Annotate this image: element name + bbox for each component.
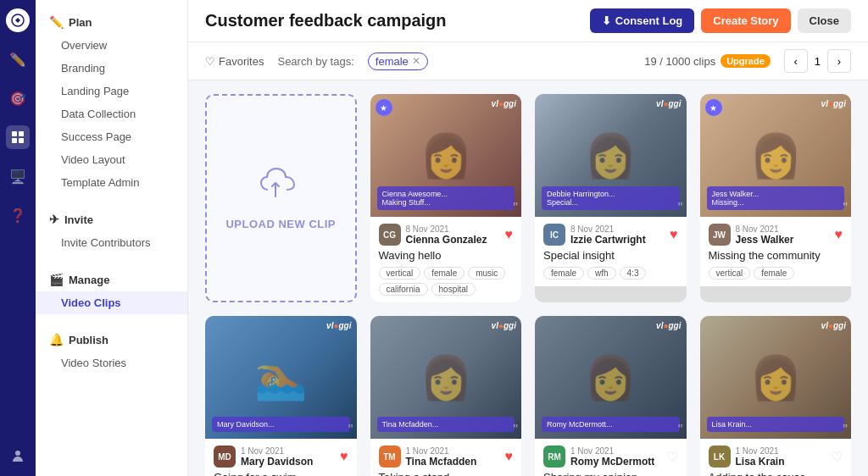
icon-sidebar: ✏️ 🎯 🖥️ ❓ [0, 0, 36, 476]
manage-section: 🎬 Manage Video Clips [36, 268, 187, 314]
tag[interactable]: female [424, 267, 465, 280]
nav-icon-target[interactable]: 🎯 [6, 86, 30, 110]
clip-info: TM 1 Nov 2021 Tina Mcfadden ♥ Taking a s… [370, 439, 522, 476]
nav-invite-contributors[interactable]: Invite Contributors [36, 231, 187, 254]
header: Customer feedback campaign ⬇ Consent Log… [188, 0, 868, 42]
nav-template-admin[interactable]: Template Admin [36, 171, 187, 194]
quote-overlay: Lisa Krain... [707, 417, 845, 432]
tag[interactable]: 4:3 [620, 267, 647, 280]
clip-title: Missing the community [709, 249, 843, 262]
clip-date-name: 8 Nov 2021 Jess Walker [736, 224, 830, 246]
heart-button[interactable]: ♡ [666, 449, 678, 465]
tag[interactable]: music [468, 267, 505, 280]
quote-mark: " [678, 423, 683, 437]
nav-icon-grid[interactable] [6, 125, 30, 149]
favorites-button[interactable]: ♡ Favorites [205, 55, 264, 68]
next-page-button[interactable]: › [827, 49, 851, 73]
heart-button[interactable]: ♥ [340, 449, 348, 464]
heart-button[interactable]: ♥ [670, 227, 678, 242]
clip-author-name: Cienna Gonzalez [406, 234, 500, 246]
tag[interactable]: hospital [431, 283, 476, 296]
clip-card[interactable]: 👩 vl●ggi Lisa Krain... " LK 1 Nov 2021 L… [700, 316, 852, 476]
clip-date-name: 1 Nov 2021 Romy McDermott [570, 446, 661, 468]
clip-meta: IC 8 Nov 2021 Izzie Cartwright ♥ [543, 224, 678, 246]
svg-rect-2 [19, 131, 24, 136]
clip-author-name: Tina Mcfadden [406, 456, 500, 468]
nav-landing-page[interactable]: Landing Page [36, 80, 187, 102]
clip-thumbnail: 👩 vl●ggi Lisa Krain... " [700, 316, 852, 439]
vloggi-badge: vl●ggi [492, 321, 516, 330]
create-story-button[interactable]: Create Story [701, 8, 790, 33]
svg-rect-4 [19, 138, 24, 143]
quote-mark: " [843, 423, 848, 437]
consent-log-button[interactable]: ⬇ Consent Log [590, 8, 694, 33]
upgrade-badge[interactable]: Upgrade [721, 54, 771, 68]
prev-page-button[interactable]: ‹ [784, 49, 808, 73]
plan-section-title: ✏️ Plan [36, 10, 187, 34]
clip-meta: MD 1 Nov 2021 Mary Davidson ♥ [214, 446, 348, 468]
page-title: Customer feedback campaign [205, 11, 447, 30]
nav-video-clips[interactable]: Video Clips [36, 291, 187, 314]
heart-button[interactable]: ♥ [505, 449, 514, 464]
quote-mark: " [678, 202, 683, 215]
app-logo[interactable] [6, 8, 30, 32]
upload-cloud-icon [259, 166, 302, 208]
clip-card[interactable]: 👩 vl●ggi Tina Mcfadden... " TM 1 Nov 202… [370, 316, 522, 476]
clip-card[interactable]: 👩 ★ vl●ggi Cienna Awesome...Making Stuff… [370, 94, 522, 302]
nav-success-page[interactable]: Success Page [36, 125, 187, 148]
clip-thumbnail: 👩 vl●ggi Romy McDermott... " [535, 316, 687, 439]
heart-button[interactable]: ♡ [831, 449, 843, 465]
svg-rect-1 [12, 131, 17, 136]
upload-label: UPLOAD NEW CLIP [225, 218, 336, 230]
clip-title: Special insight [543, 249, 678, 262]
nav-icon-question[interactable]: ❓ [6, 203, 30, 227]
clip-thumbnail: 👩 ★ vl●ggi Jess Walker...Missing... " [700, 94, 852, 217]
publish-section: 🔔 Publish Video Stories [36, 328, 187, 374]
tag[interactable]: female [754, 267, 794, 280]
quote-overlay: Cienna Awesome...Making Stuff... [377, 186, 515, 210]
quote-mark: " [348, 423, 353, 437]
upload-new-clip-card[interactable]: UPLOAD NEW CLIP [205, 94, 357, 302]
nav-icon-user-bottom[interactable] [6, 444, 30, 468]
tag[interactable]: california [379, 283, 428, 296]
tag-filter-female[interactable]: female ✕ [368, 53, 428, 70]
clip-date: 8 Nov 2021 [570, 224, 665, 234]
avatar: TM [379, 446, 401, 468]
clip-thumbnail: 👩 ★ vl●ggi Cienna Awesome...Making Stuff… [370, 94, 522, 217]
clip-card[interactable]: 🏊 vl●ggi Mary Davidson... " MD 1 Nov 202… [205, 316, 357, 476]
nav-branding[interactable]: Branding [36, 57, 187, 80]
tag[interactable]: female [543, 267, 584, 280]
heart-button[interactable]: ♥ [835, 227, 843, 242]
invite-icon: ✈ [49, 213, 59, 226]
nav-icon-pencil[interactable]: ✏️ [6, 47, 30, 71]
clip-card[interactable]: 👩 vl●ggi Romy McDermott... " RM 1 Nov 20… [535, 316, 687, 476]
plan-icon: ✏️ [49, 15, 64, 29]
publish-section-title: 🔔 Publish [36, 328, 187, 351]
nav-data-collection[interactable]: Data Collection [36, 102, 187, 125]
invite-section-title: ✈ Invite [36, 208, 187, 231]
clip-card[interactable]: 👩 ★ vl●ggi Jess Walker...Missing... " JW… [700, 94, 852, 302]
clip-card[interactable]: 👩 vl●ggi Debbie Harrington...Special... … [535, 94, 687, 302]
manage-icon: 🎬 [49, 273, 64, 286]
publish-icon: 🔔 [49, 333, 64, 346]
nav-video-layout[interactable]: Video Layout [36, 148, 187, 171]
heart-icon: ♡ [205, 55, 215, 68]
clip-date-name: 1 Nov 2021 Tina Mcfadden [406, 446, 500, 468]
vloggi-badge: vl●ggi [326, 321, 351, 330]
clip-date-name: 8 Nov 2021 Izzie Cartwright [570, 224, 665, 246]
clips-grid: UPLOAD NEW CLIP 👩 ★ vl●ggi Cienna Awesom… [205, 94, 851, 476]
nav-video-stories[interactable]: Video Stories [36, 351, 187, 374]
heart-button[interactable]: ♥ [505, 227, 514, 242]
nav-icon-monitor[interactable]: 🖥️ [6, 164, 30, 188]
tag[interactable]: vertical [709, 267, 751, 280]
search-by-tags-label: Search by tags: [277, 55, 353, 68]
tag[interactable]: vertical [379, 267, 421, 280]
close-button[interactable]: Close [798, 8, 851, 33]
download-icon: ⬇ [602, 14, 611, 27]
tag[interactable]: wfh [587, 267, 616, 280]
clip-tags: vertical female music california hospita… [379, 267, 514, 296]
svg-rect-3 [12, 138, 17, 143]
clip-author-name: Jess Walker [736, 234, 830, 246]
remove-tag-icon[interactable]: ✕ [412, 55, 420, 67]
nav-overview[interactable]: Overview [36, 34, 187, 57]
